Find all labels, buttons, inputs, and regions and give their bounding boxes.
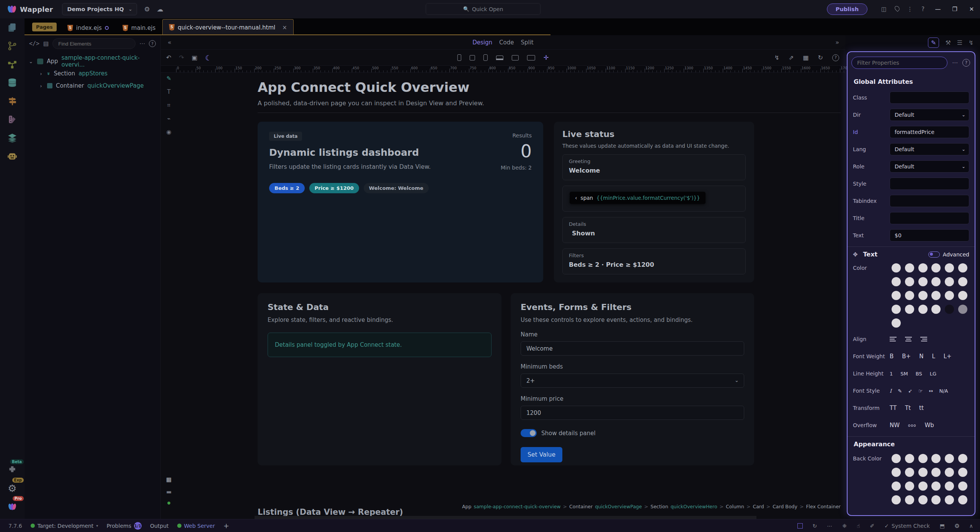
target-selector[interactable]: Target: Development ▾	[31, 523, 98, 529]
crumb-container-type[interactable]: Container	[569, 504, 593, 509]
crumb-column[interactable]: Column	[726, 504, 744, 509]
advanced-toggle[interactable]	[928, 251, 940, 258]
crumb-section-type[interactable]: Section	[650, 504, 668, 509]
device-tv-icon[interactable]	[527, 55, 535, 60]
color-swatch[interactable]	[892, 263, 901, 273]
quick-open-button[interactable]: 🔍 Quick Open	[426, 3, 541, 15]
crumb-app-id[interactable]: sample-app-connect-quick-overview	[474, 504, 560, 509]
properties-help-icon[interactable]: ?	[962, 59, 970, 67]
collapse-right-icon[interactable]: »	[835, 39, 839, 46]
eraser-icon[interactable]: ⬒	[940, 523, 945, 529]
filter-properties-input[interactable]	[851, 57, 947, 69]
tools-icon[interactable]: ⚒	[945, 39, 951, 46]
live-status-card[interactable]: Live status These values update automati…	[554, 122, 754, 282]
help-icon[interactable]: ?	[916, 6, 929, 13]
transform-lowercase[interactable]: tt	[919, 405, 924, 411]
restore-button[interactable]: ❐	[946, 6, 963, 13]
align-left-icon[interactable]	[890, 337, 897, 341]
screenshot-camera-icon[interactable]: ▣	[192, 54, 198, 61]
add-panel-button[interactable]: +	[223, 522, 229, 530]
lh-lg[interactable]: LG	[930, 371, 936, 377]
color-swatch[interactable]	[892, 468, 901, 477]
open-browser-icon[interactable]: ⇗	[789, 54, 794, 61]
color-swatch[interactable]	[918, 468, 928, 477]
italic-icon[interactable]: I	[890, 388, 892, 394]
collapse-caret-icon[interactable]: ⌄	[28, 59, 34, 64]
pages-badge[interactable]: Pages	[32, 23, 57, 31]
align-center-icon[interactable]	[905, 337, 912, 341]
undo-icon[interactable]: ↶	[166, 54, 171, 61]
tree-item-app[interactable]: ⌄ App sample-app-connect-quick-overvi...	[28, 55, 160, 67]
color-swatch[interactable]	[931, 277, 941, 286]
color-swatch-grey[interactable]	[958, 305, 967, 314]
color-swatch[interactable]	[931, 263, 941, 273]
weight-normal[interactable]: N	[919, 353, 923, 360]
color-swatch[interactable]	[918, 481, 928, 491]
color-swatch[interactable]	[945, 468, 954, 477]
color-swatch[interactable]	[931, 495, 941, 504]
align-right-icon[interactable]	[920, 337, 927, 341]
rail-database-icon[interactable]	[0, 73, 24, 92]
color-swatch[interactable]	[892, 481, 901, 491]
tab-main-ejs[interactable]: 5 main.ejs	[116, 21, 162, 34]
mode-split[interactable]: Split	[521, 39, 533, 46]
code-view-icon[interactable]: </>	[29, 40, 39, 47]
rocket-icon[interactable]: ➶	[908, 388, 912, 394]
actions-lightning-icon[interactable]: ↯	[774, 54, 779, 61]
rail-experimental-icon[interactable]: ⚙ Exp	[0, 479, 24, 498]
color-swatch[interactable]	[945, 481, 954, 491]
canvas-help-icon[interactable]: ?	[832, 54, 839, 61]
properties-more-icon[interactable]: ⋯	[952, 59, 958, 66]
color-swatch[interactable]	[945, 495, 954, 504]
color-swatch[interactable]	[905, 305, 914, 314]
transform-uppercase[interactable]: TT	[890, 405, 897, 411]
redo-icon[interactable]: ↷	[179, 54, 184, 61]
crumb-card[interactable]: Card	[753, 504, 764, 509]
color-swatch[interactable]	[905, 468, 914, 477]
transform-capitalize[interactable]: Tt	[905, 405, 911, 411]
weight-bold[interactable]: B	[890, 353, 893, 360]
rail-pro-icon[interactable]: Pro	[0, 498, 24, 516]
form-card[interactable]: Events, Forms & Filters Use these contro…	[511, 293, 754, 465]
weight-light[interactable]: L	[932, 353, 935, 360]
rail-extensions-icon[interactable]: Beta	[0, 461, 24, 479]
qr-preview-icon[interactable]: ▦	[803, 54, 808, 61]
min-price-input[interactable]	[521, 406, 744, 420]
sparkles-icon[interactable]: ❈	[842, 523, 847, 529]
color-swatch[interactable]	[905, 454, 914, 463]
find-elements-input[interactable]	[52, 38, 136, 49]
color-swatch[interactable]	[892, 305, 901, 314]
text-input[interactable]	[890, 229, 969, 242]
color-swatch[interactable]	[905, 495, 914, 504]
color-swatch[interactable]	[918, 454, 928, 463]
overflow-nowrap[interactable]: NW	[890, 422, 900, 429]
crumb-container-id[interactable]: quickOverviewPage	[595, 504, 642, 509]
lh-bs[interactable]: BS	[916, 371, 922, 377]
problems-button[interactable]: Problems 1/1	[106, 522, 142, 530]
element-tag-tooltip[interactable]: ‹ span {{minPrice.value.formatCurrency('…	[570, 192, 706, 204]
dynamic-lightning-icon[interactable]: ↯	[969, 39, 973, 46]
tabindex-input[interactable]	[890, 195, 969, 207]
responsive-resize-icon[interactable]: ✛	[544, 54, 549, 61]
weight-lighter[interactable]: L+	[944, 353, 952, 360]
color-swatch[interactable]	[945, 263, 954, 273]
rail-routes-icon[interactable]	[0, 92, 24, 110]
title-input[interactable]	[890, 212, 969, 224]
highlighter-icon[interactable]: ✎	[898, 388, 902, 394]
components-store-icon[interactable]: ▤	[43, 40, 49, 47]
pointer-hand-icon[interactable]: ☞	[918, 388, 923, 394]
color-swatch[interactable]	[945, 277, 954, 286]
cleanup-brush-icon[interactable]: ✐	[870, 523, 875, 529]
dir-select[interactable]	[890, 109, 969, 121]
rail-layers-icon[interactable]	[0, 129, 24, 147]
tree-item-section[interactable]: › » Section appStores	[28, 67, 160, 80]
tree-item-container[interactable]: › Container quickOverviewPage	[28, 80, 160, 92]
device-phone-icon[interactable]	[457, 54, 461, 61]
rail-styles-icon[interactable]	[0, 110, 24, 129]
min-beds-select[interactable]	[521, 374, 744, 388]
selection-square-icon[interactable]	[797, 523, 803, 529]
color-swatch[interactable]	[905, 277, 914, 286]
device-laptop-icon[interactable]	[496, 55, 503, 60]
color-swatch-dark[interactable]	[945, 305, 954, 314]
show-details-toggle[interactable]	[521, 429, 537, 437]
